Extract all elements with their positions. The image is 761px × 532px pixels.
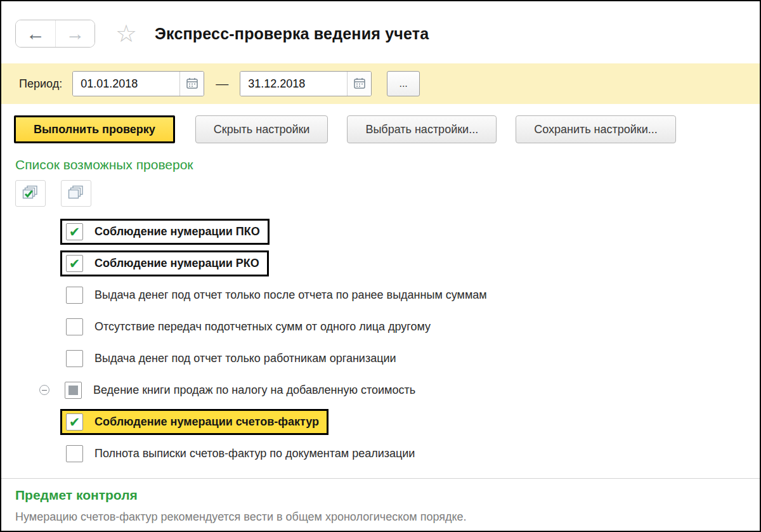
page-title: Экспресс-проверка ведения учета (155, 25, 429, 43)
header: ← → ☆ Экспресс-проверка ведения учета (1, 1, 760, 63)
check-item[interactable]: Соблюдение нумерации ПКО (60, 219, 270, 245)
check-item[interactable]: Соблюдение нумерации РКО (60, 250, 269, 276)
favorite-star-icon[interactable]: ☆ (115, 22, 137, 46)
check-row-wrap: Полнота выписки счетов-фактур по докумен… (39, 438, 747, 469)
period-bar: Период: — (1, 63, 760, 104)
checkbox[interactable] (66, 318, 83, 335)
check-item-label: Соблюдение нумерации ПКО (94, 225, 260, 238)
checks-toolbar (1, 179, 760, 211)
checkbox[interactable] (66, 413, 83, 431)
date-to-input[interactable] (240, 72, 347, 96)
checkbox[interactable] (65, 382, 82, 399)
check-row-wrap: Выдача денег под отчет только работникам… (39, 342, 747, 374)
collapse-expander-icon[interactable] (39, 385, 49, 395)
nav-button-group: ← → (15, 20, 95, 48)
app-window: ← → ☆ Экспресс-проверка ведения учета Пе… (0, 0, 761, 532)
check-item-label: Соблюдение нумерации счетов-фактур (94, 415, 319, 429)
check-row-wrap: Выдача денег под отчет только после отче… (39, 279, 747, 311)
checkbox[interactable] (66, 255, 83, 272)
period-separator: — (216, 77, 228, 91)
check-item[interactable]: Выдача денег под отчет только работникам… (66, 350, 396, 367)
check-row-wrap: Отсутствие передач подотчетных сумм от о… (39, 311, 747, 342)
check-item-label: Соблюдение нумерации РКО (94, 257, 259, 270)
date-from-input[interactable] (73, 72, 179, 96)
checkbox[interactable] (66, 287, 83, 304)
check-row-wrap: Соблюдение нумерации счетов-фактур (39, 406, 747, 438)
period-label: Период: (19, 77, 62, 91)
check-item[interactable]: Выдача денег под отчет только после отче… (66, 287, 487, 304)
forward-button[interactable]: → (55, 20, 94, 47)
select-settings-button[interactable]: Выбрать настройки... (347, 115, 497, 143)
calendar-icon (186, 77, 198, 91)
check-row-wrap: Соблюдение нумерации ПКО (39, 216, 747, 247)
check-item[interactable]: Соблюдение нумерации счетов-фактур (60, 409, 328, 435)
hide-settings-button[interactable]: Скрыть настройки (195, 115, 328, 143)
check-item[interactable]: Отсутствие передач подотчетных сумм от о… (66, 318, 431, 335)
uncheck-all-icon (68, 185, 84, 202)
period-more-button[interactable]: ... (387, 71, 420, 96)
back-button[interactable]: ← (16, 20, 55, 47)
check-item-label: Ведение книги продаж по налогу на добавл… (93, 384, 415, 397)
save-settings-button[interactable]: Сохранить настройки... (516, 115, 676, 143)
back-arrow-icon: ← (26, 23, 45, 44)
date-from-field (72, 71, 204, 96)
check-row-wrap: Ведение книги продаж по налогу на добавл… (39, 374, 747, 406)
check-item-label: Полнота выписки счетов-фактур по докумен… (94, 447, 415, 460)
subject-section-title: Предмет контроля (1, 479, 760, 505)
calendar-icon (354, 77, 365, 91)
forward-arrow-icon: → (66, 23, 85, 44)
date-to-calendar-button[interactable] (347, 72, 371, 96)
action-buttons-row: Выполнить проверку Скрыть настройки Выбр… (1, 104, 760, 143)
check-row-wrap: Соблюдение нумерации РКО (39, 247, 747, 279)
check-item[interactable]: Ведение книги продаж по налогу на добавл… (39, 382, 415, 399)
checks-section-title: Список возможных проверок (1, 143, 760, 179)
date-from-calendar-button[interactable] (179, 72, 204, 96)
run-check-button[interactable]: Выполнить проверку (14, 115, 175, 143)
checkbox[interactable] (66, 223, 83, 240)
checkbox[interactable] (66, 445, 83, 462)
check-item[interactable]: Полнота выписки счетов-фактур по докумен… (66, 445, 415, 462)
check-item-label: Отсутствие передач подотчетных сумм от о… (94, 320, 431, 334)
checkbox[interactable] (66, 350, 83, 367)
date-to-field (240, 71, 372, 96)
check-item-label: Выдача денег под отчет только работникам… (94, 352, 396, 365)
checks-list: Соблюдение нумерации ПКОСоблюдение нумер… (1, 211, 760, 469)
uncheck-all-button[interactable] (61, 180, 91, 207)
check-all-icon (22, 185, 39, 202)
subject-section-text: Нумерацию счетов-фактур рекомендуется ве… (1, 505, 760, 531)
check-item-label: Выдача денег под отчет только после отче… (94, 289, 487, 302)
check-all-button[interactable] (15, 180, 46, 207)
